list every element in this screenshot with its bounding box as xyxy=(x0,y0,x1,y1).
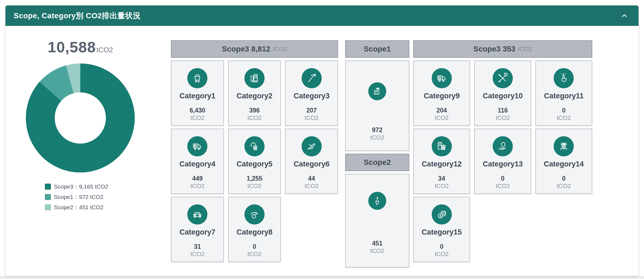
category-card-9: Category9 204 tCO2 xyxy=(413,60,470,126)
legend-item-scope3: Scope3：9,165 tCO2 xyxy=(45,183,144,190)
scope1-card: 972 tCO2 xyxy=(345,60,409,151)
total-emissions: 10,588tCO2 xyxy=(16,38,144,56)
delivery-truck-icon xyxy=(432,68,452,88)
category-name: Category4 xyxy=(179,160,215,168)
category-unit: tCO2 xyxy=(247,183,261,190)
scope-value: 972 xyxy=(372,126,382,134)
category-unit: tCO2 xyxy=(247,251,261,258)
factory-icon xyxy=(368,82,386,100)
group-header-label: Scope3 353 xyxy=(473,45,515,53)
scope1-header: Scope1 xyxy=(345,40,409,58)
donut-chart xyxy=(26,63,135,172)
hand-circle-icon xyxy=(244,204,265,225)
svg-text:$: $ xyxy=(440,214,441,217)
category-value: 44 xyxy=(308,175,315,182)
buildings-icon xyxy=(244,68,265,88)
category-value: 6,430 xyxy=(190,107,206,114)
category-name: Category11 xyxy=(544,92,584,100)
panel-body: 10,588tCO2 Scope3：9,165 tCO2 Scope1：972 … xyxy=(5,26,639,276)
category-value: 396 xyxy=(249,107,260,114)
legend-label: Scope3：9,165 tCO2 xyxy=(54,183,108,190)
group-header-label: Scope2 xyxy=(364,158,391,167)
house-waste-icon xyxy=(244,136,265,156)
category-name: Category14 xyxy=(544,160,584,168)
category-name: Category3 xyxy=(294,92,330,100)
category-unit: tCO2 xyxy=(496,183,510,190)
category-card-2: Category2 396 tCO2 xyxy=(228,60,281,126)
category-unit: tCO2 xyxy=(496,114,510,122)
category-card-11: Category11 0 tCO2 xyxy=(535,60,592,126)
category-value: 116 xyxy=(498,107,508,114)
category-value: 1,255 xyxy=(247,175,262,182)
category-unit: tCO2 xyxy=(435,183,449,190)
legend-label: Scope1：972 tCO2 xyxy=(54,193,103,201)
scope3-upstream-cards: Category1 6,430 tCO2 Category2 396 tCO2 xyxy=(171,60,338,262)
category-name: Category1 xyxy=(179,92,215,100)
category-unit: tCO2 xyxy=(305,114,318,122)
car-icon xyxy=(187,204,207,225)
emissions-summary: 10,588tCO2 Scope3：9,165 tCO2 Scope1：972 … xyxy=(16,38,144,214)
tools-icon xyxy=(493,68,513,88)
person-hand-icon xyxy=(493,136,513,156)
category-value: 34 xyxy=(438,175,445,182)
category-card-12: Category12 34 tCO2 xyxy=(413,129,470,194)
category-unit: tCO2 xyxy=(191,114,204,122)
scope-unit: tCO2 xyxy=(370,134,384,141)
power-plug-icon xyxy=(368,192,386,210)
category-value: 0 xyxy=(562,107,566,114)
emissions-panel: Scope, Category別 CO2排出量状況 10,588tCO2 Sco… xyxy=(5,5,639,276)
scope1-scope2-column: Scope1 972 tCO2 Scope2 451 xyxy=(345,40,409,268)
category-value: 31 xyxy=(194,243,201,250)
panel-title: Scope, Category別 CO2排出量状況 xyxy=(14,11,141,21)
chevron-up-icon[interactable] xyxy=(618,10,630,22)
scope3-downstream-header: Scope3 353 tCO2 xyxy=(413,40,592,58)
category-value: 204 xyxy=(436,107,447,114)
category-value: 0 xyxy=(501,175,505,182)
category-name: Category2 xyxy=(237,92,272,100)
shop-network-icon xyxy=(554,136,574,156)
category-name: Category10 xyxy=(483,92,523,100)
total-unit: tCO2 xyxy=(96,46,113,54)
category-unit: tCO2 xyxy=(557,183,571,190)
category-card-8: Category8 0 tCO2 xyxy=(228,197,281,262)
category-card-10: Category10 116 tCO2 xyxy=(474,60,531,126)
scope-unit: tCO2 xyxy=(370,247,384,254)
category-card-7: Category7 31 tCO2 xyxy=(171,197,224,262)
legend-swatch-scope3 xyxy=(45,184,51,190)
category-name: Category5 xyxy=(237,160,272,168)
category-card-4: Category4 449 tCO2 xyxy=(171,129,224,194)
category-name: Category15 xyxy=(422,228,462,236)
accordion-header[interactable]: Scope, Category別 CO2排出量状況 xyxy=(5,5,639,26)
legend-label: Scope2：451 tCO2 xyxy=(54,204,103,211)
airplane-icon xyxy=(302,136,322,156)
category-card-5: Category5 1,255 tCO2 xyxy=(228,129,281,194)
category-unit: tCO2 xyxy=(247,114,261,122)
group-header-label: Scope1 xyxy=(364,45,391,53)
category-name: Category12 xyxy=(422,160,462,168)
category-name: Category8 xyxy=(237,228,272,236)
category-card-6: Category6 44 tCO2 xyxy=(285,129,338,194)
group-header-label: Scope3 8,812 xyxy=(222,45,270,53)
building-waste-icon xyxy=(432,136,452,156)
truck-gear-icon xyxy=(187,136,207,156)
category-value: 0 xyxy=(562,175,566,182)
click-finger-icon xyxy=(554,68,574,88)
category-value: 207 xyxy=(306,107,317,114)
scope3-upstream-group: Scope3 8,812 tCO2 Category1 6,430 tCO2 xyxy=(171,40,338,268)
group-header-unit: tCO2 xyxy=(518,46,532,53)
category-value: 0 xyxy=(253,243,256,250)
category-unit: tCO2 xyxy=(191,251,204,258)
category-unit: tCO2 xyxy=(435,251,449,258)
category-value: 0 xyxy=(440,243,443,250)
pickaxe-icon xyxy=(302,68,322,88)
category-card-3: Category3 207 tCO2 xyxy=(285,60,338,126)
category-name: Category6 xyxy=(294,160,330,168)
category-card-13: Category13 0 tCO2 xyxy=(474,129,531,194)
coins-icon: $ xyxy=(432,204,452,225)
legend-item-scope2: Scope2：451 tCO2 xyxy=(45,204,144,211)
page-background-strip xyxy=(0,276,644,279)
scope-groups: Scope3 8,812 tCO2 Category1 6,430 tCO2 xyxy=(171,40,592,268)
category-name: Category13 xyxy=(483,160,523,168)
total-value: 10,588 xyxy=(48,38,96,56)
legend-item-scope1: Scope1：972 tCO2 xyxy=(45,193,144,201)
